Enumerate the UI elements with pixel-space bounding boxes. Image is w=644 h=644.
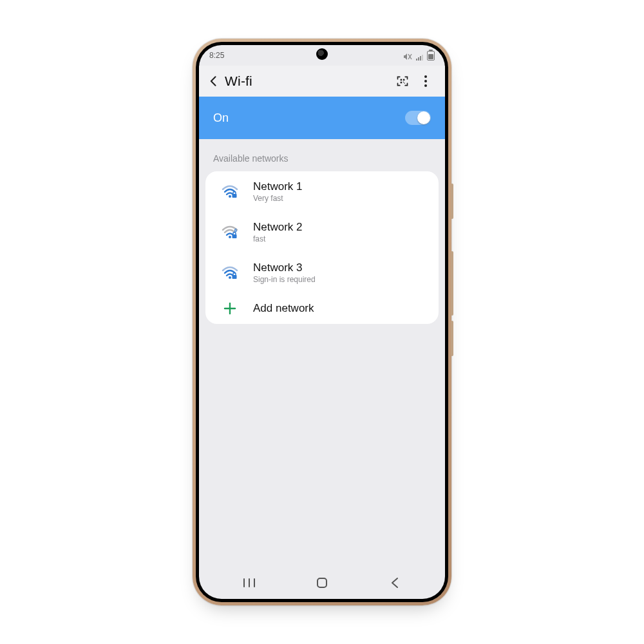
plus-icon (221, 302, 239, 315)
section-header-available-networks: Available networks (199, 139, 445, 171)
wifi-switch[interactable] (405, 111, 431, 125)
qr-scan-button[interactable] (391, 70, 414, 93)
svg-rect-13 (232, 275, 237, 279)
svg-point-7 (229, 195, 231, 198)
qr-code-icon (396, 75, 409, 88)
network-row[interactable]: 6 Network 2 fast (205, 212, 439, 252)
app-bar: Wi-fi (199, 66, 445, 97)
svg-rect-17 (317, 578, 327, 587)
network-status: Sign-in is required (253, 275, 316, 284)
svg-rect-11 (232, 234, 237, 238)
more-options-button[interactable] (414, 70, 437, 93)
front-camera (316, 48, 328, 60)
network-name: Network 1 (253, 180, 303, 193)
network-name: Network 2 (253, 221, 303, 234)
add-network-row[interactable]: Add network (205, 293, 439, 324)
switch-knob (417, 111, 430, 124)
network-status: Very fast (253, 194, 303, 203)
clock: 8:25 (209, 51, 224, 60)
network-status: fast (253, 234, 303, 243)
phone-bezel: 8:25 Wi-fi (196, 42, 448, 602)
chevron-left-icon (390, 577, 399, 589)
battery-icon (427, 51, 435, 61)
bixby-button (451, 184, 453, 219)
network-name: Network 3 (253, 261, 316, 274)
svg-rect-8 (232, 194, 237, 198)
recents-button[interactable] (227, 573, 272, 592)
svg-rect-3 (403, 79, 405, 81)
wifi-secure-icon (221, 266, 239, 280)
svg-rect-4 (401, 82, 402, 83)
svg-point-12 (229, 276, 231, 279)
wifi-master-toggle-row[interactable]: On (199, 97, 445, 139)
status-icons (403, 51, 435, 61)
recents-icon (243, 578, 256, 587)
network-row[interactable]: Network 1 Very fast (205, 171, 439, 212)
chevron-left-icon (207, 75, 220, 88)
page-title: Wi-fi (225, 73, 391, 89)
svg-rect-2 (401, 79, 402, 81)
svg-rect-5 (403, 82, 404, 82)
volume-rocker (451, 251, 453, 316)
wifi6-secure-icon: 6 (221, 225, 239, 240)
mute-icon (403, 53, 412, 61)
screen: 8:25 Wi-fi (199, 45, 445, 599)
add-network-label: Add network (253, 302, 314, 315)
svg-rect-6 (404, 83, 405, 84)
home-button[interactable] (299, 573, 345, 592)
power-button (451, 321, 453, 356)
network-row[interactable]: Network 3 Sign-in is required (205, 252, 439, 293)
kebab-icon (424, 75, 427, 87)
wifi-secure-icon (221, 185, 239, 199)
svg-point-9 (229, 236, 231, 238)
android-nav-bar (199, 571, 445, 595)
phone-mockup: 8:25 Wi-fi (193, 39, 451, 605)
home-icon (316, 577, 328, 589)
nav-back-button[interactable] (372, 573, 417, 592)
networks-list: Network 1 Very fast 6 (205, 171, 439, 324)
signal-icon (416, 54, 423, 61)
wifi-state-label: On (213, 111, 229, 125)
back-button[interactable] (203, 70, 225, 92)
